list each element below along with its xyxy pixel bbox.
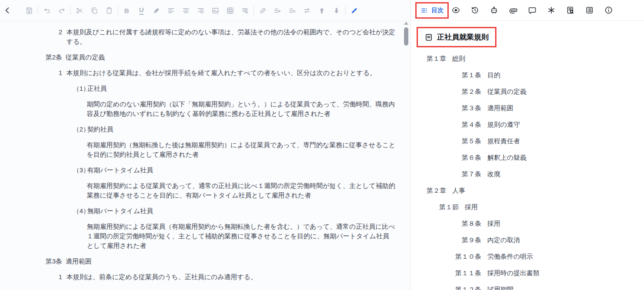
- insert-table-button[interactable]: [223, 3, 237, 18]
- image-icon: [211, 7, 220, 15]
- arrow-down-icon: [332, 7, 341, 15]
- swap-button[interactable]: [299, 3, 314, 18]
- insert-image-button[interactable]: [208, 3, 223, 18]
- undo-button[interactable]: [39, 3, 54, 18]
- toc-item-article[interactable]: 第１条 目的: [417, 70, 644, 80]
- align-right-icon: [197, 7, 205, 15]
- toc-item-chapter[interactable]: 第２章 人事: [417, 185, 644, 195]
- toc-item-article[interactable]: 第５条 規程責任者: [417, 136, 644, 146]
- paste-button[interactable]: [102, 3, 116, 18]
- move-down-button[interactable]: [329, 3, 344, 18]
- document-title-box[interactable]: 正社員就業規則: [417, 27, 496, 47]
- toc-item-article[interactable]: 第８条 採用: [417, 218, 644, 228]
- bold-button[interactable]: B: [119, 3, 134, 18]
- ai-assistant-button[interactable]: [487, 3, 501, 17]
- align-right-button[interactable]: [193, 3, 208, 18]
- article-label: 第2条: [46, 53, 62, 62]
- editor-scrollbar[interactable]: [404, 22, 409, 46]
- toc-item-number: 第７条: [432, 169, 481, 179]
- align-center-icon: [182, 7, 190, 15]
- save-button[interactable]: [22, 3, 36, 18]
- preview-button[interactable]: [449, 3, 463, 17]
- find-in-document-button[interactable]: [237, 3, 252, 18]
- variables-button[interactable]: [544, 3, 558, 17]
- item-number: 2: [59, 27, 66, 46]
- toc-item-article[interactable]: 第１０条 労働条件の明示: [417, 251, 644, 261]
- scroll-up-arrow-icon[interactable]: [404, 22, 408, 25]
- doc-paragraph: 2 本規則及びこれに付属する諸規程等に定めのない事項は、労基法その他の法令の範囲…: [59, 27, 397, 46]
- toc-item-article[interactable]: 第９条 内定の取消: [417, 235, 644, 245]
- toc-item-title: 採用: [465, 202, 478, 212]
- toc-item-title: 従業員の定義: [487, 86, 526, 96]
- bold-icon: B: [125, 7, 129, 14]
- align-left-button[interactable]: [164, 3, 178, 18]
- redo-button[interactable]: [54, 3, 69, 18]
- underline-button[interactable]: U: [134, 3, 149, 18]
- article-title: 従業員の定義: [66, 53, 105, 62]
- remove-row-button[interactable]: [285, 3, 299, 18]
- toc-item-title: 人事: [452, 185, 465, 195]
- toolbar-divider: [38, 6, 38, 15]
- highlighter-icon: [152, 7, 161, 15]
- toc-item-article[interactable]: 第２条 従業員の定義: [417, 86, 644, 96]
- article-title: 適用範囲: [66, 257, 92, 266]
- toolbar-divider: [70, 6, 71, 15]
- add-row-button[interactable]: [270, 3, 285, 18]
- toc-panel: 目次: [411, 0, 644, 290]
- toc-item-article[interactable]: 第７条 改廃: [417, 169, 644, 179]
- toc-item-number: 第２章: [427, 185, 446, 195]
- highlight-button[interactable]: [149, 3, 164, 18]
- toc-item-title: 試用期間: [487, 284, 513, 290]
- edit-mode-button[interactable]: [347, 3, 361, 18]
- scrollbar-thumb[interactable]: [404, 27, 408, 46]
- swap-arrows-icon: [303, 7, 311, 15]
- toc-item-number: 第１条: [432, 70, 481, 80]
- attachments-button[interactable]: [506, 3, 520, 17]
- toc-item-chapter[interactable]: 第１章 総則: [417, 53, 644, 63]
- copy-button[interactable]: [87, 3, 102, 18]
- scissors-icon: [76, 7, 84, 15]
- article-label: 第3条: [46, 257, 62, 266]
- link-icon: [259, 7, 267, 15]
- fields-list-button[interactable]: [582, 3, 596, 17]
- row-remove-icon: [288, 7, 296, 15]
- paperclip-icon: [506, 4, 519, 17]
- row-add-icon: [273, 7, 282, 15]
- robot-icon: [490, 6, 499, 15]
- toc-item-title: 内定の取消: [487, 235, 520, 245]
- redo-icon: [58, 7, 66, 15]
- toc-tab-button[interactable]: 目次: [415, 2, 449, 19]
- toc-list: 第１章 総則 第１条 目的 第２条 従業員の定義 第３条 適用範囲 第４条: [417, 53, 644, 290]
- toc-item-article[interactable]: 第４条 規則の遵守: [417, 119, 644, 129]
- toc-item-title: 解釈上の疑義: [487, 152, 526, 162]
- history-button[interactable]: [468, 3, 482, 17]
- info-button[interactable]: [601, 3, 615, 17]
- toc-item-number: 第６条: [432, 152, 481, 162]
- toc-item-title: 採用時の提出書類: [487, 268, 539, 278]
- sub-item-title: 無期パートタイム社員: [87, 206, 153, 216]
- sub-item-number: （2）: [73, 125, 87, 134]
- info-icon: [604, 6, 613, 15]
- sub-item-number: （4）: [73, 206, 87, 216]
- toc-tab-label: 目次: [431, 7, 444, 14]
- back-button[interactable]: [0, 3, 15, 18]
- toc-item-number: 第１０条: [432, 251, 481, 261]
- toc-panel-header: 目次: [411, 0, 644, 21]
- toolbar-divider: [253, 6, 254, 15]
- align-center-button[interactable]: [178, 3, 193, 18]
- cut-button[interactable]: [72, 3, 87, 18]
- toc-item-article[interactable]: 第１１条 採用時の提出書類: [417, 268, 644, 278]
- doc-sub-item: （4） 無期パートタイム社員 無期雇用契約による従業員（有期雇用契約から無期転換…: [46, 206, 397, 250]
- insert-link-button[interactable]: [255, 3, 270, 18]
- toc-item-number: 第１２条: [432, 284, 481, 290]
- toc-item-article[interactable]: 第３条 適用範囲: [417, 103, 644, 113]
- chevron-left-icon: [3, 6, 12, 15]
- toc-icon: [421, 7, 428, 14]
- toc-item-article[interactable]: 第６条 解釈上の疑義: [417, 152, 644, 162]
- toc-item-article[interactable]: 第１２条 試用期間: [417, 284, 644, 290]
- toc-item-section[interactable]: 第１節 採用: [417, 202, 644, 212]
- document-search-button[interactable]: [563, 3, 577, 17]
- document-content[interactable]: 2 本規則及びこれに付属する諸規程等に定めのない事項は、労基法その他の法令の範囲…: [0, 21, 410, 282]
- comments-button[interactable]: [525, 3, 539, 17]
- move-up-button[interactable]: [314, 3, 329, 18]
